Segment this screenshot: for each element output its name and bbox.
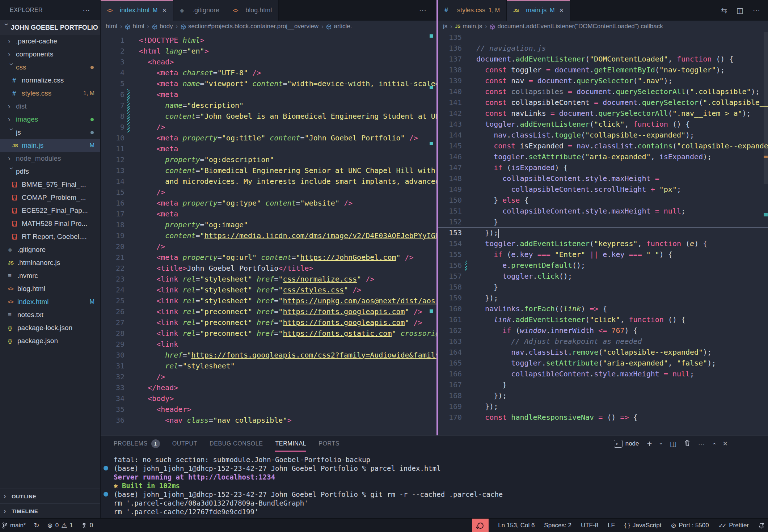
close-icon[interactable]: ×	[162, 6, 166, 14]
tree-item-math528-final-pro-[interactable]: MATH528 Final Pro...	[0, 217, 100, 230]
code-line-169[interactable]: 169 });	[438, 401, 768, 412]
split-terminal-icon[interactable]: ◫	[670, 440, 676, 448]
tree-item--htmlnanorc-js[interactable]: JS.htmlnanorc.js	[0, 256, 100, 269]
tree-item--parcel-cache[interactable]: ›.parcel-cache	[0, 35, 100, 48]
tree-item-comap-problem-[interactable]: COMAP_Problem_...	[0, 191, 100, 204]
code-line-18[interactable]: 18 property="og:image"	[101, 219, 436, 230]
code-line-20[interactable]: 20 />	[101, 241, 436, 252]
panel-tab-output[interactable]: OUTPUT	[172, 436, 197, 452]
tree-item--nvmrc[interactable]: ≡.nvmrc	[0, 269, 100, 282]
code-line-160[interactable]: 160 navLinks.forEach((link) => {	[438, 303, 768, 314]
code-line-13[interactable]: 13 content="Biomedical Engineering Senio…	[101, 165, 436, 176]
code-line-11[interactable]: 11 <meta	[101, 143, 436, 154]
code-line-21[interactable]: 21 <meta property="og:url" content="http…	[101, 252, 436, 263]
tab--gitignore[interactable]: ◆.gitignore	[173, 0, 226, 21]
code-line-158[interactable]: 158 }	[438, 282, 768, 292]
language-mode-item[interactable]: { } JavaScript	[624, 522, 661, 529]
cursor-position-item[interactable]: Ln 153, Col 6	[498, 522, 535, 529]
breadcrumb-item[interactable]: document.addEventListener("DOMContentLoa…	[497, 23, 663, 30]
close-icon[interactable]: ×	[559, 6, 564, 14]
code-line-135[interactable]: 135	[438, 32, 768, 43]
tree-item--gitignore[interactable]: ◆.gitignore	[0, 243, 100, 256]
code-line-22[interactable]: 22 <title>John Goebel Portfolio</title>	[101, 263, 436, 274]
close-panel-icon[interactable]: ×	[723, 439, 727, 448]
code-line-10[interactable]: 10 <meta property="og:title" content="Jo…	[101, 132, 436, 143]
tree-item-index-html[interactable]: <>index.htmlM	[0, 295, 100, 308]
breadcrumb-item[interactable]: section#projects.block.container.proj__o…	[188, 23, 318, 30]
open-changes-icon[interactable]: ⇆	[721, 6, 727, 15]
code-line-168[interactable]: 168 });	[438, 390, 768, 401]
breadcrumb[interactable]: js›JSmain.js›document.addEventListener("…	[438, 21, 768, 32]
tree-item-bmme-575-final-[interactable]: BMME_575_Final_...	[0, 178, 100, 191]
split-editor-icon[interactable]: ◫	[737, 6, 743, 15]
command-decoration-dot[interactable]	[104, 466, 108, 470]
breadcrumb-item[interactable]: html	[132, 23, 144, 30]
tree-item-styles-css[interactable]: #styles.css1, M	[0, 87, 100, 100]
sync-changes-item[interactable]: ↻	[34, 522, 39, 529]
tree-item-blog-html[interactable]: <>blog.html	[0, 282, 100, 295]
code-line-2[interactable]: 2<html lang="en">	[101, 46, 436, 56]
tree-item-pdfs[interactable]: ›pdfs	[0, 165, 100, 178]
tree-item-rt-report-goebel-[interactable]: RT Report, Goebel....	[0, 230, 100, 243]
code-line-170[interactable]: 170 const handleResponsiveNav = () => {	[438, 412, 768, 423]
code-line-156[interactable]: 156 e.preventDefault();	[438, 260, 768, 271]
code-line-155[interactable]: 155 if (e.key === "Enter" || e.key === "…	[438, 249, 768, 260]
tab-blog-html[interactable]: <>blog.html	[226, 0, 279, 21]
breadcrumb[interactable]: html›html›body›section#projects.block.co…	[101, 21, 436, 32]
code-line-140[interactable]: 140 const collapsibles = document.queryS…	[438, 86, 768, 97]
code-line-146[interactable]: 146 toggler.setAttribute("aria-expanded"…	[438, 151, 768, 162]
code-line-136[interactable]: 136// navigation.js	[438, 43, 768, 54]
code-line-7[interactable]: 7 name="description"	[101, 100, 436, 111]
tree-item-node-modules[interactable]: ›node_modules	[0, 152, 100, 165]
code-line-29[interactable]: 29 <link	[101, 339, 436, 350]
terminal-instance[interactable]: >_ node	[614, 440, 639, 448]
editor-right-code[interactable]: 135136// navigation.js137document.addEve…	[438, 32, 768, 435]
code-line-149[interactable]: 149 collapsibleContent.scrollHeight + "p…	[438, 184, 768, 195]
terminal-output[interactable]: fatal: no such section: submodule.John-G…	[101, 452, 768, 518]
code-line-14[interactable]: 14 and microdevices. My interests includ…	[101, 176, 436, 187]
code-line-151[interactable]: 151 collapsibleContent.style.maxHeight =…	[438, 206, 768, 216]
code-line-164[interactable]: 164 nav.classList.remove("collapsible--e…	[438, 347, 768, 358]
code-line-137[interactable]: 137document.addEventListener("DOMContent…	[438, 54, 768, 64]
code-line-33[interactable]: 33 </head>	[101, 382, 436, 393]
code-line-23[interactable]: 23 <link rel="stylesheet" href="css/norm…	[101, 274, 436, 284]
code-line-31[interactable]: 31 rel="stylesheet"	[101, 360, 436, 371]
ports-forwarded-item[interactable]: 0	[81, 522, 93, 529]
code-line-24[interactable]: 24 <link rel="stylesheet" href="css/styl…	[101, 284, 436, 295]
tree-item-components[interactable]: ›components	[0, 48, 100, 61]
explorer-more-icon[interactable]: ⋯	[83, 6, 90, 14]
maximize-panel-icon[interactable]: ›	[710, 443, 717, 444]
encoding-item[interactable]: UTF-8	[581, 522, 598, 529]
code-line-9[interactable]: 9 />	[101, 122, 436, 132]
tree-item-package-json[interactable]: {}package.json	[0, 334, 100, 347]
code-line-163[interactable]: 163 // Adjust breakpoint as needed	[438, 336, 768, 347]
problems-item[interactable]: ⊗ 0 ⚠ 1	[47, 522, 73, 529]
timeline-section[interactable]: › TIMELINE	[0, 503, 100, 518]
code-line-150[interactable]: 150 } else {	[438, 195, 768, 206]
outline-section[interactable]: › OUTLINE	[0, 489, 100, 503]
code-line-30[interactable]: 30 href="https://fonts.googleapis.com/cs…	[101, 350, 436, 360]
code-line-165[interactable]: 165 toggler.setAttribute("aria-expanded"…	[438, 358, 768, 368]
panel-tab-terminal[interactable]: TERMINAL	[275, 436, 306, 452]
code-line-4[interactable]: 4 <meta charset="UTF-8" />	[101, 67, 436, 78]
code-line-16[interactable]: 16 <meta property="og:type" content="web…	[101, 198, 436, 208]
code-line-139[interactable]: 139 const nav = document.querySelector("…	[438, 75, 768, 86]
breadcrumb-item[interactable]: article.	[334, 23, 352, 30]
tab-styles-css[interactable]: #styles.css1, M	[438, 0, 507, 21]
more-actions-icon[interactable]: ⋯	[753, 6, 760, 15]
editor-left-code[interactable]: 1<!DOCTYPE html>2<html lang="en">3 <head…	[101, 32, 436, 435]
code-line-36[interactable]: 36 <nav class="nav collapsible">	[101, 415, 436, 426]
code-line-145[interactable]: 145 const isExpanded = nav.classList.con…	[438, 140, 768, 151]
code-line-147[interactable]: 147 if (isExpanded) {	[438, 162, 768, 173]
tree-item-js[interactable]: ›js	[0, 126, 100, 139]
tree-item-notes-txt[interactable]: ≡notes.txt	[0, 308, 100, 321]
code-line-34[interactable]: 34 <body>	[101, 393, 436, 404]
panel-tab-ports[interactable]: PORTS	[318, 436, 339, 452]
code-line-144[interactable]: 144 nav.classList.toggle("collapsible--e…	[438, 130, 768, 140]
code-line-3[interactable]: 3 <head>	[101, 56, 436, 67]
project-root-row[interactable]: › JOHN GOEBEL PORTFOLIO	[0, 20, 100, 35]
code-line-8[interactable]: 8 content="John Goebel is an Biomedical …	[101, 111, 436, 122]
code-line-141[interactable]: 141 const collapsibleContent = document.…	[438, 97, 768, 108]
code-line-32[interactable]: 32 />	[101, 371, 436, 382]
tree-item-css[interactable]: ›css	[0, 61, 100, 74]
